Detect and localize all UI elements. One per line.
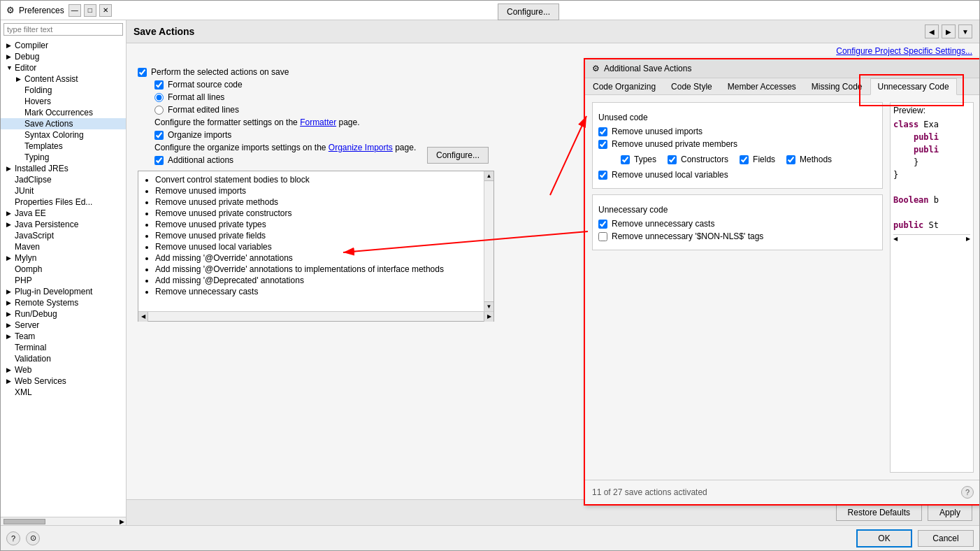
- sidebar-item-syntax-coloring[interactable]: Syntax Coloring: [1, 129, 126, 141]
- configure-project-link[interactable]: Configure Project Specific Settings...: [836, 46, 972, 56]
- scroll-up-button[interactable]: ▲: [484, 171, 493, 181]
- hscroll-right-btn[interactable]: ▶: [484, 312, 493, 322]
- forward-button[interactable]: ▶: [942, 24, 956, 38]
- sidebar-item-content-assist[interactable]: ▶Content Assist: [1, 73, 126, 85]
- format-edited-lines-radio[interactable]: [154, 106, 164, 115]
- sidebar-item-hovers[interactable]: Hovers: [1, 96, 126, 107]
- tab-code-organizing[interactable]: Code Organizing: [585, 78, 663, 94]
- list-item: Remove unused private types: [155, 219, 481, 230]
- preview-scroll-left[interactable]: ◀: [893, 236, 898, 242]
- ok-button[interactable]: OK: [856, 529, 912, 548]
- expand-arrow: ▶: [6, 42, 13, 49]
- sidebar-item-typing[interactable]: Typing: [1, 152, 126, 163]
- format-source-checkbox[interactable]: [154, 80, 164, 90]
- sidebar-item-java-persistence[interactable]: ▶Java Persistence: [1, 219, 126, 230]
- sidebar-item-remote-systems[interactable]: ▶Remote Systems: [1, 297, 126, 308]
- sidebar-item-validation[interactable]: Validation: [1, 353, 126, 364]
- help-button[interactable]: ?: [6, 531, 20, 545]
- remove-unused-imports-label: Remove unused imports: [612, 127, 702, 136]
- sidebar-item-mark-occurrences[interactable]: Mark Occurrences: [1, 107, 126, 118]
- list-inner: Convert control statement bodies to bloc…: [138, 171, 484, 311]
- tab-code-style[interactable]: Code Style: [663, 78, 720, 94]
- methods-checkbox[interactable]: [786, 155, 795, 164]
- types-checkbox[interactable]: [621, 155, 630, 164]
- sidebar-item-javascript[interactable]: JavaScript: [1, 230, 126, 241]
- sidebar-item-editor[interactable]: ▼Editor: [1, 62, 126, 73]
- format-all-lines-radio[interactable]: [154, 93, 164, 102]
- sidebar-item-run-debug[interactable]: ▶Run/Debug: [1, 308, 126, 320]
- back-button[interactable]: ◀: [925, 24, 939, 38]
- sidebar-item-templates[interactable]: Templates: [1, 141, 126, 152]
- sidebar-item-oomph[interactable]: Oomph: [1, 264, 126, 275]
- hscroll-right-btn[interactable]: ▶: [118, 518, 126, 525]
- tree-area: ▶Compiler ▶Debug ▼Editor ▶Content Assist…: [1, 38, 126, 517]
- code-line: class Exa: [893, 118, 970, 131]
- dropdown-button[interactable]: ▼: [958, 24, 972, 38]
- code-line: }: [893, 169, 970, 181]
- hscroll-left-btn[interactable]: ◀: [138, 312, 148, 322]
- sidebar-item-terminal[interactable]: Terminal: [1, 342, 126, 353]
- sidebar-item-debug[interactable]: ▶Debug: [1, 51, 126, 62]
- sidebar-item-installed-jres[interactable]: ▶Installed JREs: [1, 163, 126, 174]
- constructors-checkbox[interactable]: [668, 155, 677, 164]
- expand-arrow: ▼: [6, 64, 13, 71]
- remove-unused-local-vars-checkbox[interactable]: [598, 171, 607, 180]
- hscroll-thumb[interactable]: [3, 519, 45, 524]
- sidebar-item-java-ee[interactable]: ▶Java EE: [1, 208, 126, 219]
- sidebar-item-web-services[interactable]: ▶Web Services: [1, 375, 126, 387]
- sidebar-item-jadclipse[interactable]: JadClipse: [1, 174, 126, 185]
- format-source-label: Format source code: [168, 80, 243, 90]
- sidebar-item-junit[interactable]: JUnit: [1, 185, 126, 196]
- formatter-link[interactable]: Formatter: [300, 117, 336, 127]
- cancel-button[interactable]: Cancel: [918, 530, 974, 547]
- perform-on-save-checkbox[interactable]: [138, 68, 147, 77]
- sidebar-horizontal-scrollbar[interactable]: ▶: [1, 517, 126, 525]
- minimize-button[interactable]: —: [69, 4, 81, 17]
- remove-unused-imports-checkbox[interactable]: [598, 127, 607, 136]
- remove-unused-private-members-checkbox[interactable]: [598, 140, 607, 149]
- sidebar-item-save-actions[interactable]: Save Actions: [1, 118, 126, 129]
- overlay-title-bar: ⚙ Additional Save Actions: [585, 59, 980, 78]
- overlay-help-button[interactable]: ?: [961, 486, 974, 499]
- list-horizontal-scrollbar[interactable]: ◀ ▶: [138, 311, 493, 321]
- additional-actions-label: Additional actions: [168, 155, 233, 165]
- sidebar-item-web[interactable]: ▶Web: [1, 364, 126, 375]
- remove-nonnls-checkbox[interactable]: [598, 232, 607, 241]
- sidebar-item-plugin-dev[interactable]: ▶Plug-in Development: [1, 286, 126, 297]
- tab-member-accesses[interactable]: Member Accesses: [720, 78, 804, 94]
- apply-button[interactable]: Apply: [928, 504, 972, 521]
- sidebar-item-mylyn[interactable]: ▶Mylyn: [1, 252, 126, 264]
- organize-imports-checkbox[interactable]: [154, 131, 164, 140]
- remove-unused-private-members-label: Remove unused private members: [612, 139, 737, 149]
- tab-missing-code[interactable]: Missing Code: [804, 78, 870, 94]
- settings-button[interactable]: ⊙: [26, 531, 40, 545]
- filter-input[interactable]: [3, 23, 123, 36]
- additional-actions-checkbox[interactable]: [154, 156, 164, 165]
- maximize-button[interactable]: □: [84, 4, 96, 17]
- sidebar-item-team[interactable]: ▶Team: [1, 331, 126, 342]
- sidebar-item-xml[interactable]: XML: [1, 387, 126, 398]
- sidebar-item-server[interactable]: ▶Server: [1, 320, 126, 331]
- scroll-down-button[interactable]: ▼: [484, 301, 493, 311]
- overlay-title-text: Additional Save Actions: [604, 64, 691, 73]
- preview-scroll-right[interactable]: ▶: [966, 236, 970, 242]
- remove-unused-imports-row: Remove unused imports: [598, 127, 877, 136]
- organize-imports-label: Organize imports: [168, 130, 231, 140]
- sidebar-item-folding[interactable]: Folding: [1, 85, 126, 96]
- tab-unnecessary-code[interactable]: Unnecessary Code: [870, 78, 957, 95]
- organize-imports-link[interactable]: Organize Imports: [329, 143, 393, 152]
- formatter-text-suffix: page.: [336, 117, 359, 127]
- sidebar-item-php[interactable]: PHP: [1, 275, 126, 286]
- fields-checkbox[interactable]: [740, 155, 749, 164]
- remove-unnecessary-casts-checkbox[interactable]: [598, 220, 607, 229]
- restore-defaults-button[interactable]: Restore Defaults: [836, 504, 922, 521]
- configure-button-2[interactable]: Configure...: [427, 147, 489, 164]
- title-bar: ⚙ Preferences — □ ✕: [1, 1, 979, 20]
- preview-hscrollbar[interactable]: ◀ ▶: [893, 234, 970, 243]
- close-button[interactable]: ✕: [99, 4, 112, 17]
- window-title: Preferences: [19, 6, 64, 15]
- sidebar-item-compiler[interactable]: ▶Compiler: [1, 40, 126, 51]
- sidebar-item-maven[interactable]: Maven: [1, 241, 126, 252]
- sidebar-item-properties[interactable]: Properties Files Ed...: [1, 196, 126, 208]
- list-item: Add missing '@Override' annotations to i…: [155, 264, 481, 275]
